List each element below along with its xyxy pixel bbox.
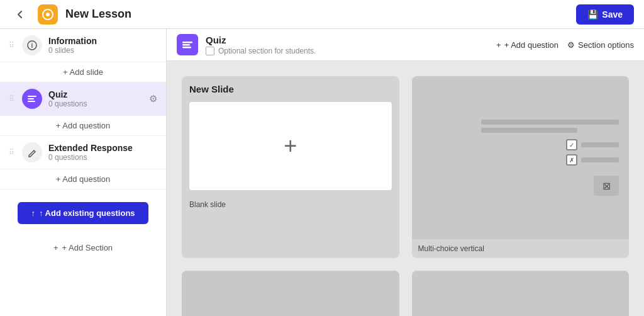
back-button[interactable] [10,4,30,25]
extended-sub: 0 questions [48,153,157,162]
multichoice-side-card[interactable]: Multi-choice side by side [182,271,399,316]
plus-icon: + [496,40,501,50]
svg-rect-6 [28,101,35,102]
add-question-button-quiz[interactable]: + Add question [0,116,166,136]
svg-rect-4 [28,96,36,97]
svg-rect-5 [28,98,34,99]
annotated-card[interactable]: Annotated question [412,271,630,316]
svg-rect-8 [182,44,190,46]
multichoice-side-preview [182,271,399,316]
quiz-section-header: Quiz Optional section for students. + + … [167,29,644,61]
quiz-name: Quiz [48,89,143,99]
plus-icon: + [284,133,297,159]
info-section-icon: i [22,35,42,55]
main-content: Quiz Optional section for students. + + … [167,29,644,316]
extended-name: Extended Response [48,143,157,153]
blank-slide-preview: + [189,102,392,190]
quiz-header-info: Quiz Optional section for students. [206,35,489,55]
quiz-header-title: Quiz [206,35,489,45]
section-options-button[interactable]: ⚙ Section options [567,40,634,50]
sidebar-item-information[interactable]: ⠿ i Information 0 slides [0,29,166,62]
drag-handle-quiz[interactable]: ⠿ [9,94,14,103]
information-sub: 0 slides [48,46,157,55]
drag-handle-extended[interactable]: ⠿ [9,148,14,157]
slide-grid: New Slide + Blank slide [167,61,644,316]
svg-rect-7 [182,42,192,43]
add-question-header-button[interactable]: + + Add question [496,40,558,50]
quiz-text: Quiz 0 questions [48,89,143,108]
plus-icon: + [53,243,58,252]
svg-rect-9 [182,47,191,48]
quiz-gear-icon[interactable]: ⚙ [149,93,157,104]
save-icon: 💾 [587,9,598,20]
drag-handle-information[interactable]: ⠿ [9,41,14,50]
multichoice-vertical-card[interactable]: ✓ ✗ ⊠ Multi-choice vertical [412,76,630,258]
sidebar: ⠿ i Information 0 slides + Add slide ⠿ [0,29,167,316]
add-section-button[interactable]: + + Add Section [0,237,166,259]
quiz-optional-label: Optional section for students. [206,47,489,55]
extended-text: Extended Response 0 questions [48,143,157,162]
new-slide-title: New Slide [182,76,399,97]
svg-text:i: i [31,42,33,49]
add-question-button-extended[interactable]: + Add question [0,169,166,189]
main-layout: ⠿ i Information 0 slides + Add slide ⠿ [0,29,644,316]
blank-slide-label: Blank slide [182,195,399,217]
multichoice-vertical-preview: ✓ ✗ ⊠ [412,76,630,239]
add-slide-button[interactable]: + Add slide [0,62,166,82]
header: New Lesson 💾 Save [0,0,644,29]
information-name: Information [48,36,157,46]
extended-section-icon [22,142,42,162]
blank-slide-card[interactable]: New Slide + Blank slide [182,76,399,258]
sidebar-item-extended[interactable]: ⠿ Extended Response 0 questions [0,136,166,169]
page-title: New Lesson [65,8,569,21]
save-button[interactable]: 💾 Save [576,4,634,25]
quiz-actions: + + Add question ⚙ Section options [496,40,634,50]
annotated-preview [412,271,630,316]
optional-checkbox[interactable] [206,47,214,55]
multichoice-vertical-label: Multi-choice vertical [412,239,630,258]
quiz-header-icon [177,34,198,55]
gear-icon: ⚙ [567,40,575,50]
quiz-sub: 0 questions [48,99,143,108]
svg-point-1 [46,13,50,16]
upload-icon: ↑ [31,208,35,218]
quiz-section-icon [22,89,42,109]
app-logo [38,4,58,25]
sidebar-item-quiz[interactable]: ⠿ Quiz 0 questions ⚙ [0,82,166,116]
information-text: Information 0 slides [48,36,157,55]
add-existing-questions-button[interactable]: ↑ ↑ Add existing questions [18,202,148,224]
